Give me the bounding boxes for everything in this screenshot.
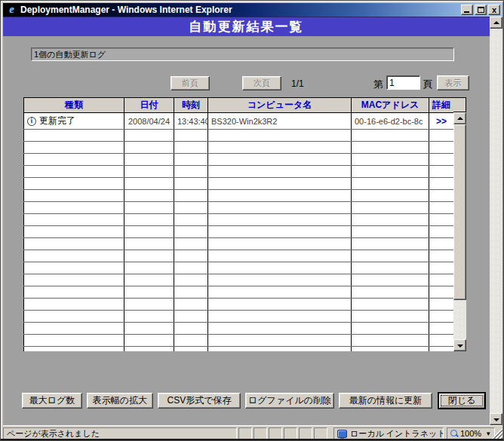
empty-cell	[429, 299, 454, 311]
log-time: 13:43:40	[174, 113, 208, 130]
empty-cell	[24, 250, 124, 262]
empty-cell	[429, 286, 454, 299]
close-dialog-label: 閉じる	[448, 395, 476, 406]
status-pane-empty	[284, 427, 297, 439]
empty-cell	[208, 178, 352, 190]
empty-cell	[208, 190, 352, 202]
empty-cell	[429, 190, 454, 202]
close-button[interactable]: x	[488, 5, 500, 15]
empty-cell	[124, 299, 174, 311]
empty-cell	[429, 250, 454, 262]
title-bar[interactable]: e DeploymentManager - Windows Internet E…	[3, 3, 502, 17]
prev-page-button[interactable]: 前頁	[171, 76, 210, 90]
empty-cell	[174, 335, 208, 347]
empty-cell	[208, 202, 352, 214]
page-suffix-label: 頁	[423, 78, 432, 91]
table-empty-row	[24, 299, 454, 311]
empty-cell	[352, 299, 429, 311]
empty-cell	[124, 238, 174, 250]
page-scrollbar-track[interactable]	[490, 29, 502, 413]
empty-cell	[352, 166, 429, 178]
results-table: 種類 日付 時刻 コンピュータ名 MACアドレス 詳細	[23, 97, 466, 351]
empty-cell	[24, 202, 124, 214]
empty-cell	[208, 238, 352, 250]
detail-link[interactable]: >>	[436, 116, 447, 127]
empty-cell	[124, 142, 174, 154]
empty-cell	[429, 311, 454, 323]
empty-cell	[24, 166, 124, 178]
save-csv-button[interactable]: CSV形式で保存	[158, 393, 241, 409]
empty-cell	[429, 226, 454, 238]
empty-cell	[352, 238, 429, 250]
table-row: 更新完了 2008/04/24 13:43:40 BS320-Win2k3R2 …	[24, 113, 454, 130]
empty-cell	[124, 190, 174, 202]
column-header-type: 種類	[24, 98, 124, 113]
security-zone-label: ローカル イントラネット	[350, 428, 444, 439]
empty-cell	[429, 142, 454, 154]
empty-cell	[352, 178, 429, 190]
empty-cell	[24, 323, 124, 335]
empty-cell	[352, 311, 429, 323]
close-icon: x	[489, 5, 499, 14]
status-pane-empty	[238, 427, 252, 439]
empty-cell	[124, 311, 174, 323]
empty-cell	[352, 190, 429, 202]
empty-cell	[208, 299, 352, 311]
empty-cell	[24, 154, 124, 166]
status-pane-empty	[299, 427, 312, 439]
table-scroll-down-button[interactable]	[453, 339, 466, 351]
results-table-body: 更新完了 2008/04/24 13:43:40 BS320-Win2k3R2 …	[24, 113, 454, 352]
page-scroll-down-button[interactable]	[490, 413, 502, 425]
empty-cell	[208, 311, 352, 323]
resize-grip[interactable]	[492, 429, 502, 439]
empty-cell	[174, 214, 208, 226]
ie-logo-icon: e	[6, 5, 17, 15]
summary-textarea[interactable]: 1個の自動更新ログ	[31, 47, 454, 61]
empty-cell	[174, 286, 208, 299]
empty-cell	[352, 286, 429, 299]
empty-cell	[429, 274, 454, 286]
empty-cell	[208, 154, 352, 166]
zoom-pane[interactable]: 100% ▼	[447, 427, 495, 439]
page-prefix-label: 第	[373, 78, 383, 91]
empty-cell	[124, 226, 174, 238]
refresh-button[interactable]: 最新の情報に更新	[339, 393, 432, 409]
empty-cell	[208, 274, 352, 286]
empty-cell	[352, 335, 429, 347]
empty-cell	[208, 323, 352, 335]
empty-cell	[174, 238, 208, 250]
page-scrollbar	[490, 17, 502, 425]
log-computer: BS320-Win2k3R2	[208, 113, 352, 130]
maximize-button[interactable]	[475, 5, 487, 15]
table-empty-row	[24, 226, 454, 238]
zoom-dropdown-arrow[interactable]: ▼	[485, 430, 491, 437]
expand-width-button[interactable]: 表示幅の拡大	[87, 393, 153, 409]
empty-cell	[24, 299, 124, 311]
log-date: 2008/04/24	[124, 113, 174, 130]
empty-cell	[24, 335, 124, 347]
show-page-button[interactable]: 表示	[437, 75, 469, 90]
page-scroll-up-button[interactable]	[490, 17, 502, 29]
close-dialog-button[interactable]: 閉じる	[438, 393, 485, 409]
empty-cell	[174, 202, 208, 214]
table-empty-row	[24, 335, 454, 347]
table-empty-row	[24, 154, 454, 166]
status-pane-empty	[269, 427, 282, 439]
table-scrollbar-thumb[interactable]	[453, 124, 466, 300]
empty-cell	[174, 142, 208, 154]
empty-cell	[174, 274, 208, 286]
minimize-button[interactable]	[461, 5, 473, 15]
column-header-mac: MACアドレス	[352, 98, 429, 113]
empty-cell	[208, 166, 352, 178]
table-scroll-up-button[interactable]	[453, 112, 466, 124]
next-page-button[interactable]: 次頁	[242, 76, 281, 90]
page-number-input[interactable]	[386, 75, 420, 90]
table-empty-row	[24, 274, 454, 286]
max-log-count-button[interactable]: 最大ログ数	[22, 393, 82, 409]
empty-cell	[124, 347, 174, 352]
delete-log-button[interactable]: ログファイルの削除	[245, 393, 334, 409]
table-scrollbar-track[interactable]	[453, 300, 466, 339]
empty-cell	[124, 286, 174, 299]
empty-cell	[174, 262, 208, 274]
empty-cell	[352, 323, 429, 335]
